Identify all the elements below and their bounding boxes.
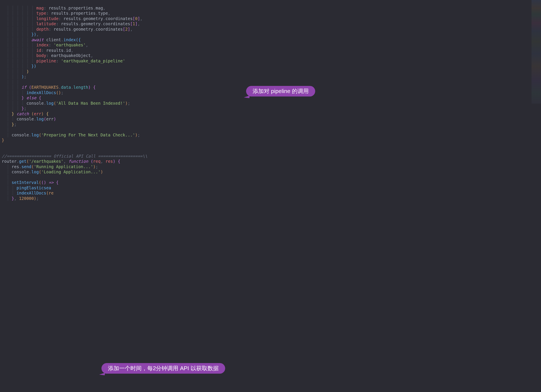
else-keyword: else: [26, 95, 36, 100]
await-keyword: await: [31, 37, 44, 42]
prop-depth: depth: [36, 27, 49, 31]
prop-type: type: [36, 11, 46, 15]
catch-keyword: catch: [17, 111, 29, 116]
annotation-pipeline-text: 添加对 pipeline 的调用: [253, 88, 309, 94]
prop-longitude: longitude: [36, 16, 58, 21]
annotation-interval-text: 添加一个时间，每2分钟调用 API 以获取数据: [108, 365, 219, 371]
annotation-pipeline: 添加对 pipeline 的调用: [246, 86, 315, 97]
function-keyword: function: [68, 159, 88, 164]
section-comment: //================== Official API Call =…: [2, 154, 147, 158]
indexalldocs-call: indexAllDocs: [26, 90, 56, 95]
setinterval-call: setInterval: [12, 180, 39, 185]
annotation-interval: 添加一个时间，每2分钟调用 API 以获取数据: [101, 363, 225, 374]
code-editor[interactable]: │ │ │ │ │ │ mag: results.properties.mag,…: [0, 0, 541, 201]
minimap[interactable]: [531, 0, 541, 104]
if-keyword: if: [22, 85, 26, 90]
prop-latitude: latitude: [36, 21, 56, 26]
prop-mag: mag: [36, 6, 44, 10]
